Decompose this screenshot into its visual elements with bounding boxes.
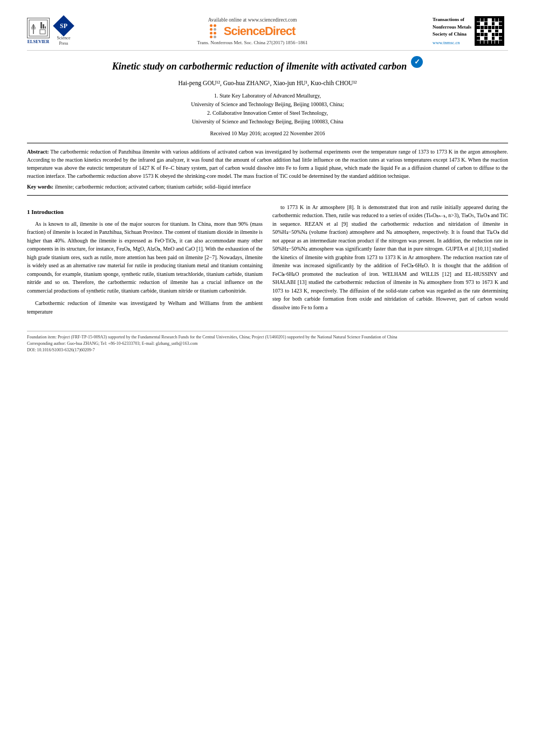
journal-info: Transactions of Nonferrous Metals Societ…: [433, 16, 471, 46]
sciencedirect-logo: ScienceDirect: [78, 24, 427, 38]
authors: Hai-peng GOU¹², Guo-hua ZHANG¹, Xiao-jun…: [38, 80, 497, 86]
affiliations: 1. State Key Laboratory of Advanced Meta…: [38, 92, 497, 126]
corresponding-author: Corresponding author: Guo-hua ZHANG; Tel…: [27, 341, 508, 347]
abstract-body: The carbothermic reduction of Panzhihua …: [27, 149, 508, 179]
svg-rect-7: [40, 22, 42, 29]
article-title: Kinetic study on carbothermic reduction …: [112, 60, 407, 73]
crossmark-icon: ✓: [411, 56, 423, 68]
main-columns: 1 Introduction As is known to all, ilmen…: [27, 203, 508, 321]
keywords-text: ilmenite; carbothermic reduction; activa…: [55, 184, 251, 190]
journal-line2: Nonferrous Metals: [433, 24, 471, 31]
svg-rect-8: [43, 24, 44, 29]
doi: DOI: 10.1016/S1003-6326(17)60209-7: [27, 347, 508, 353]
svg-rect-6: [40, 30, 45, 34]
header-right-content: Transactions of Nonferrous Metals Societ…: [433, 16, 508, 46]
header-right: Transactions of Nonferrous Metals Societ…: [433, 16, 508, 46]
author-list: Hai-peng GOU¹², Guo-hua ZHANG¹, Xiao-jun…: [178, 80, 356, 86]
journal-line1: Transactions of: [433, 16, 471, 24]
footer-note: Foundation item: Project (FRF-TP-15-009A…: [27, 331, 508, 353]
science-press-label: SciencePress: [57, 36, 71, 46]
article-title-section: Kinetic study on carbothermic reduction …: [27, 60, 508, 136]
trans-ref: Trans. Nonferrous Met. Soc. China 27(201…: [78, 40, 427, 45]
affiliation-1b: University of Science and Technology Bei…: [38, 100, 497, 109]
abstract-text: Abstract: The carbothermic reduction of …: [27, 148, 508, 180]
col-left: 1 Introduction As is known to all, ilmen…: [27, 203, 263, 321]
journal-line3: Society of China: [433, 31, 471, 38]
elsevier-logo-box: [27, 18, 50, 38]
right-para1: to 1773 K in Ar atmosphere [8]. It is de…: [272, 203, 508, 312]
keywords: Key words: ilmenite; carbothermic reduct…: [27, 183, 508, 191]
qr-code: [475, 16, 504, 46]
journal-www[interactable]: www.tnmsc.cn: [433, 39, 471, 46]
affiliation-1: 1. State Key Laboratory of Advanced Meta…: [38, 92, 497, 100]
elsevier-label: ELSEVIER: [28, 39, 49, 44]
foundation-item: Foundation item: Project (FRF-TP-15-009A…: [27, 334, 508, 341]
sp-icon: SP: [55, 17, 72, 34]
col-right: to 1773 K in Ar atmosphere [8]. It is de…: [272, 203, 508, 321]
svg-rect-9: [45, 26, 46, 29]
header: ELSEVIER SP SciencePress Available onlin…: [27, 16, 508, 51]
header-left-logos: ELSEVIER SP SciencePress: [27, 16, 72, 46]
available-text: Available online at www.sciencedirect.co…: [78, 17, 427, 23]
intro-para1: As is known to all, ilmenite is one of t…: [27, 220, 263, 295]
affiliation-2: 2. Collaborative Innovation Center of St…: [38, 109, 497, 117]
science-press-logo: SP SciencePress: [55, 17, 72, 46]
elsevier-logo: ELSEVIER: [27, 18, 50, 44]
sciencedirect-label: ScienceDirect: [224, 24, 296, 38]
intro-para2: Carbothermic reduction of ilmenite was i…: [27, 299, 263, 316]
header-center: Available online at www.sciencedirect.co…: [72, 17, 433, 45]
intro-section-title: 1 Introduction: [27, 207, 263, 217]
sd-dots-icon: [210, 24, 220, 38]
received-date: Received 10 May 2016; accepted 22 Novemb…: [38, 130, 497, 136]
abstract-label: Abstract:: [27, 149, 49, 155]
page: ELSEVIER SP SciencePress Available onlin…: [0, 0, 535, 756]
affiliation-2b: University of Science and Technology Bei…: [38, 117, 497, 126]
keywords-label: Key words:: [27, 184, 53, 190]
abstract-section: Abstract: The carbothermic reduction of …: [27, 143, 508, 196]
